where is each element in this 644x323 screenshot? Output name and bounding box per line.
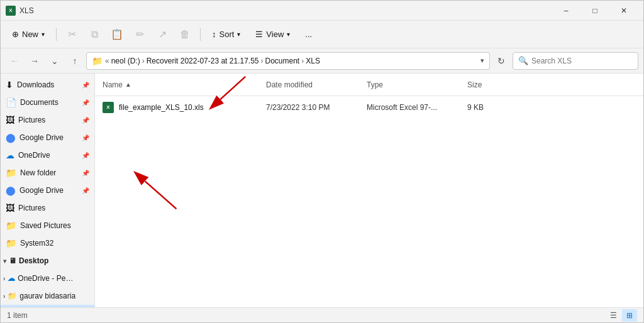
- path-sep-1: ›: [142, 57, 145, 65]
- paste-button[interactable]: 📋: [107, 25, 127, 45]
- path-recoverit: Recoverit 2022-07-23 at 21.17.55: [147, 57, 259, 65]
- window-icon: X: [6, 6, 16, 16]
- sort-chevron-icon: ▾: [237, 31, 240, 38]
- savedpictures-label: Saved Pictures: [20, 221, 89, 230]
- desktop-label: Desktop: [19, 256, 48, 265]
- file-size-cell: 9 KB: [460, 96, 510, 118]
- toolbar-separator-1: [56, 28, 57, 41]
- close-button[interactable]: ✕: [609, 1, 638, 21]
- new-button[interactable]: ⊕ New ▾: [6, 25, 51, 45]
- newfolder-label: New folder: [20, 168, 78, 177]
- column-name[interactable]: Name ▲: [95, 74, 258, 96]
- path-prefix: «: [105, 57, 109, 65]
- sidebar-section-thispc[interactable]: › 💻 This PC: [1, 305, 94, 307]
- up-button[interactable]: ↑: [66, 52, 84, 70]
- pin-icon-gdrive: 📌: [82, 134, 89, 141]
- column-size-label: Size: [467, 80, 482, 89]
- view-button[interactable]: ☰ View ▾: [249, 25, 296, 45]
- file-area: Name ▲ Date modified Type Size: [95, 74, 643, 307]
- column-type-label: Type: [367, 80, 383, 89]
- sidebar-item-googledrive2[interactable]: ⬤ Google Drive 📌: [1, 182, 94, 199]
- pin-icon-pictures: 📌: [82, 117, 89, 124]
- sidebar-item-documents[interactable]: 📄 Documents 📌: [1, 94, 94, 111]
- minimize-button[interactable]: –: [552, 1, 580, 21]
- path-dropdown-icon: ▾: [480, 57, 484, 65]
- column-date-label: Date modified: [266, 80, 313, 89]
- folder-icon: 📁: [92, 56, 103, 66]
- path-document: Document: [265, 57, 300, 65]
- sidebar-item-pictures[interactable]: 🖼 Pictures 📌: [1, 111, 94, 129]
- downloads-icon: ⬇: [6, 80, 13, 90]
- toolbar-separator-2: [200, 28, 201, 41]
- refresh-button[interactable]: ↻: [492, 52, 510, 70]
- search-icon: 🔍: [518, 56, 528, 65]
- path-drive: neol (D:): [111, 57, 140, 65]
- title-bar: X XLS – □ ✕: [1, 1, 643, 21]
- sidebar-item-savedpictures[interactable]: 📁 Saved Pictures: [1, 217, 94, 234]
- back-button[interactable]: ←: [6, 52, 23, 70]
- new-button-label: New: [22, 30, 38, 39]
- desktop-chevron-icon: ▾: [3, 258, 6, 265]
- copy-button[interactable]: ⧉: [84, 25, 104, 45]
- file-name: file_example_XLS_10.xls: [119, 103, 204, 112]
- address-path[interactable]: 📁 « neol (D:) › Recoverit 2022-07-23 at …: [86, 52, 490, 70]
- cut-button[interactable]: ✂: [62, 25, 82, 45]
- pin-icon-gdrive2: 📌: [82, 187, 89, 194]
- sidebar-item-onedrive[interactable]: ☁ OneDrive 📌: [1, 146, 94, 164]
- main-content: ⬇ Downloads 📌 📄 Documents 📌 🖼 Pictures 📌…: [1, 74, 643, 307]
- sidebar-section-desktop[interactable]: ▾ 🖥 Desktop: [1, 252, 94, 270]
- column-name-label: Name: [103, 80, 123, 89]
- sidebar-section-gaurav[interactable]: › 📁 gaurav bidasaria: [1, 287, 94, 305]
- column-type[interactable]: Type: [359, 74, 460, 96]
- path-sep-2: ›: [261, 57, 264, 65]
- title-bar-left: X XLS: [6, 6, 34, 16]
- pin-icon-newfolder: 📌: [82, 170, 89, 177]
- search-input[interactable]: [531, 57, 633, 65]
- sort-arrow-name: ▲: [125, 81, 131, 88]
- column-date[interactable]: Date modified: [258, 74, 359, 96]
- sidebar-item-downloads[interactable]: ⬇ Downloads 📌: [1, 76, 94, 94]
- delete-button[interactable]: 🗑: [175, 25, 195, 45]
- desktop-icon: 🖥: [9, 256, 16, 265]
- pictures-label: Pictures: [18, 116, 78, 124]
- sidebar-item-system32[interactable]: 📁 System32: [1, 234, 94, 252]
- file-header: Name ▲ Date modified Type Size: [95, 74, 643, 96]
- onedrive-section-chevron: ›: [3, 275, 5, 282]
- path-xls: XLS: [306, 57, 320, 65]
- sidebar-item-pictures2[interactable]: 🖼 Pictures: [1, 199, 94, 217]
- excel-file-icon: X: [103, 102, 114, 113]
- view-toggle: ☰ ⊞: [606, 309, 637, 322]
- main-wrapper: ⬇ Downloads 📌 📄 Documents 📌 🖼 Pictures 📌…: [1, 74, 643, 307]
- window-title: XLS: [19, 6, 34, 15]
- newfolder-icon: 📁: [6, 168, 16, 178]
- documents-icon: 📄: [6, 97, 16, 107]
- maximize-button[interactable]: □: [580, 1, 609, 21]
- pictures-icon: 🖼: [6, 115, 14, 125]
- pictures2-label: Pictures: [18, 204, 89, 212]
- table-row[interactable]: X file_example_XLS_10.xls 7/23/2022 3:10…: [95, 96, 643, 119]
- sort-button[interactable]: ↕ Sort ▾: [206, 25, 247, 45]
- sidebar-section-onedrive[interactable]: › ☁ OneDrive - Persc: [1, 270, 94, 287]
- forward-button[interactable]: →: [26, 52, 43, 70]
- plus-icon: ⊕: [12, 30, 19, 39]
- pin-icon-onedrive: 📌: [82, 152, 89, 159]
- file-type: Microsoft Excel 97-...: [367, 103, 437, 112]
- details-view-button[interactable]: ⊞: [622, 309, 637, 322]
- share-button[interactable]: ↗: [152, 25, 172, 45]
- list-view-button[interactable]: ☰: [606, 309, 621, 322]
- system32-label: System32: [20, 239, 89, 248]
- file-name-cell: X file_example_XLS_10.xls: [95, 96, 258, 118]
- rename-button[interactable]: ✏: [130, 25, 150, 45]
- gaurav-icon: 📁: [8, 292, 17, 300]
- sort-button-label: Sort: [219, 30, 235, 39]
- more-button[interactable]: ...: [299, 25, 318, 45]
- file-date-cell: 7/23/2022 3:10 PM: [258, 96, 359, 118]
- sidebar-item-googledrive[interactable]: ⬤ Google Drive 📌: [1, 129, 94, 146]
- status-bar: 1 item ☰ ⊞: [1, 307, 643, 322]
- up-button-recent[interactable]: ⌄: [46, 52, 64, 70]
- column-size[interactable]: Size: [460, 74, 510, 96]
- view-chevron-icon: ▾: [287, 31, 290, 38]
- sidebar-item-newfolder[interactable]: 📁 New folder 📌: [1, 164, 94, 182]
- documents-label: Documents: [20, 98, 78, 107]
- search-box[interactable]: 🔍: [513, 52, 638, 70]
